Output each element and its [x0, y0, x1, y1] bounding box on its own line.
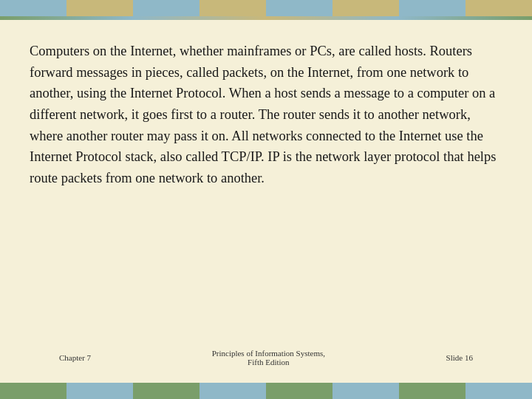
footer-slide-number: Slide 16	[446, 353, 473, 362]
footer: Chapter 7 Principles of Information Syst…	[30, 343, 502, 375]
bottom-bar-segment-7	[399, 383, 466, 399]
footer-chapter: Chapter 7	[59, 353, 91, 362]
top-bar-segment-7	[399, 0, 466, 16]
bottom-bar-segment-5	[266, 383, 332, 399]
footer-title: Principles of Information Systems, Fifth…	[212, 349, 325, 366]
top-bar-segment-1	[0, 0, 66, 16]
bottom-bar-segment-3	[133, 383, 200, 399]
top-bar-segment-2	[66, 0, 133, 16]
top-bar-segment-5	[266, 0, 332, 16]
footer-title-line2: Fifth Edition	[248, 358, 290, 366]
top-bar-segment-4	[200, 0, 266, 16]
bottom-decorative-bar	[0, 383, 532, 399]
top-decorative-bar	[0, 0, 532, 16]
body-paragraph: Computers on the Internet, whether mainf…	[30, 41, 502, 189]
bottom-bar-segment-4	[200, 383, 266, 399]
footer-title-line1: Principles of Information Systems,	[212, 349, 325, 358]
bottom-bar-segment-1	[0, 383, 66, 399]
top-bar-segment-6	[332, 0, 399, 16]
top-bar-segment-8	[466, 0, 532, 16]
bottom-bar-segment-8	[466, 383, 532, 399]
main-content: Computers on the Internet, whether mainf…	[0, 20, 532, 383]
top-bar-segment-3	[133, 0, 200, 16]
slide: Computers on the Internet, whether mainf…	[0, 0, 532, 399]
bottom-bar-segment-2	[66, 383, 133, 399]
bottom-bar-segment-6	[332, 383, 399, 399]
